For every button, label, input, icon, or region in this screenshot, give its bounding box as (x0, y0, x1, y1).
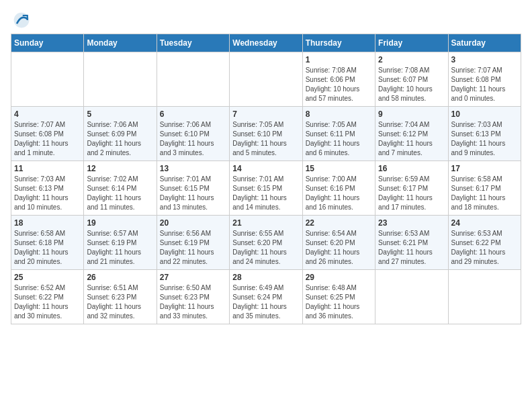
calendar-row-4: 18Sunrise: 6:58 AM Sunset: 6:18 PM Dayli… (11, 216, 521, 270)
day-number: 4 (14, 109, 81, 119)
day-number: 6 (160, 109, 226, 119)
day-number: 25 (14, 273, 81, 282)
calendar-cell: 1Sunrise: 7:08 AM Sunset: 6:06 PM Daylig… (302, 52, 375, 107)
day-info: Sunrise: 7:02 AM Sunset: 6:14 PM Dayligh… (87, 175, 153, 212)
day-number: 15 (306, 164, 372, 173)
calendar-cell: 19Sunrise: 6:57 AM Sunset: 6:19 PM Dayli… (84, 216, 157, 270)
col-header-friday: Friday (375, 34, 448, 52)
day-number: 28 (232, 273, 299, 282)
calendar-cell: 10Sunrise: 7:03 AM Sunset: 6:13 PM Dayli… (448, 107, 521, 161)
calendar-cell: 11Sunrise: 7:03 AM Sunset: 6:13 PM Dayli… (11, 161, 84, 216)
calendar-cell: 18Sunrise: 6:58 AM Sunset: 6:18 PM Dayli… (11, 216, 84, 270)
day-info: Sunrise: 7:05 AM Sunset: 6:10 PM Dayligh… (232, 120, 299, 158)
day-info: Sunrise: 6:55 AM Sunset: 6:20 PM Dayligh… (232, 229, 299, 267)
calendar-cell (375, 270, 448, 324)
day-number: 2 (378, 55, 445, 64)
day-info: Sunrise: 7:06 AM Sunset: 6:10 PM Dayligh… (160, 120, 226, 158)
calendar-cell: 7Sunrise: 7:05 AM Sunset: 6:10 PM Daylig… (230, 107, 302, 161)
day-number: 20 (160, 218, 226, 228)
day-number: 5 (87, 109, 153, 119)
calendar-cell: 5Sunrise: 7:06 AM Sunset: 6:09 PM Daylig… (84, 107, 157, 161)
day-number: 18 (14, 218, 81, 228)
day-number: 26 (87, 273, 153, 282)
calendar-cell: 23Sunrise: 6:53 AM Sunset: 6:21 PM Dayli… (375, 216, 448, 270)
day-number: 14 (232, 164, 299, 173)
header-row: SundayMondayTuesdayWednesdayThursdayFrid… (11, 34, 521, 52)
day-number: 7 (232, 109, 299, 119)
day-number: 16 (378, 164, 445, 173)
day-info: Sunrise: 6:54 AM Sunset: 6:20 PM Dayligh… (306, 229, 372, 267)
day-info: Sunrise: 6:53 AM Sunset: 6:22 PM Dayligh… (451, 229, 518, 267)
calendar-cell: 16Sunrise: 6:59 AM Sunset: 6:17 PM Dayli… (375, 161, 448, 216)
day-number: 21 (232, 218, 299, 228)
calendar-cell: 27Sunrise: 6:50 AM Sunset: 6:23 PM Dayli… (157, 270, 229, 324)
col-header-saturday: Saturday (448, 34, 521, 52)
col-header-wednesday: Wednesday (230, 34, 302, 52)
calendar-cell (11, 52, 84, 107)
page-wrapper: SundayMondayTuesdayWednesdayThursdayFrid… (11, 11, 521, 324)
calendar-cell (84, 52, 157, 107)
day-info: Sunrise: 7:00 AM Sunset: 6:16 PM Dayligh… (306, 175, 372, 212)
day-info: Sunrise: 6:56 AM Sunset: 6:19 PM Dayligh… (160, 229, 226, 267)
calendar-row-5: 25Sunrise: 6:52 AM Sunset: 6:22 PM Dayli… (11, 270, 521, 324)
day-info: Sunrise: 6:50 AM Sunset: 6:23 PM Dayligh… (160, 283, 226, 321)
day-number: 11 (14, 164, 81, 173)
day-info: Sunrise: 7:03 AM Sunset: 6:13 PM Dayligh… (14, 175, 81, 212)
day-info: Sunrise: 6:51 AM Sunset: 6:23 PM Dayligh… (87, 283, 153, 321)
day-info: Sunrise: 7:05 AM Sunset: 6:11 PM Dayligh… (306, 120, 372, 158)
day-info: Sunrise: 7:08 AM Sunset: 6:06 PM Dayligh… (306, 66, 372, 103)
calendar-cell: 2Sunrise: 7:08 AM Sunset: 6:07 PM Daylig… (375, 52, 448, 107)
day-info: Sunrise: 6:58 AM Sunset: 6:17 PM Dayligh… (451, 175, 518, 212)
calendar-cell: 14Sunrise: 7:01 AM Sunset: 6:15 PM Dayli… (230, 161, 302, 216)
calendar-cell: 22Sunrise: 6:54 AM Sunset: 6:20 PM Dayli… (302, 216, 375, 270)
day-number: 10 (451, 109, 518, 119)
col-header-tuesday: Tuesday (157, 34, 229, 52)
logo-icon (12, 11, 31, 30)
calendar-row-1: 1Sunrise: 7:08 AM Sunset: 6:06 PM Daylig… (11, 52, 521, 107)
day-info: Sunrise: 6:48 AM Sunset: 6:25 PM Dayligh… (306, 283, 372, 321)
day-number: 23 (378, 218, 445, 228)
day-number: 9 (378, 109, 445, 119)
calendar-cell: 29Sunrise: 6:48 AM Sunset: 6:25 PM Dayli… (302, 270, 375, 324)
day-number: 17 (451, 164, 518, 173)
day-number: 22 (306, 218, 372, 228)
day-info: Sunrise: 6:53 AM Sunset: 6:21 PM Dayligh… (378, 229, 445, 267)
day-info: Sunrise: 7:08 AM Sunset: 6:07 PM Dayligh… (378, 66, 445, 103)
day-info: Sunrise: 7:07 AM Sunset: 6:08 PM Dayligh… (14, 120, 81, 158)
calendar-cell: 3Sunrise: 7:07 AM Sunset: 6:08 PM Daylig… (448, 52, 521, 107)
logo (11, 11, 31, 30)
header (11, 11, 521, 30)
calendar-row-2: 4Sunrise: 7:07 AM Sunset: 6:08 PM Daylig… (11, 107, 521, 161)
col-header-sunday: Sunday (11, 34, 84, 52)
calendar-cell: 21Sunrise: 6:55 AM Sunset: 6:20 PM Dayli… (230, 216, 302, 270)
calendar-cell: 9Sunrise: 7:04 AM Sunset: 6:12 PM Daylig… (375, 107, 448, 161)
calendar-cell: 28Sunrise: 6:49 AM Sunset: 6:24 PM Dayli… (230, 270, 302, 324)
day-number: 12 (87, 164, 153, 173)
day-info: Sunrise: 7:01 AM Sunset: 6:15 PM Dayligh… (232, 175, 299, 212)
day-info: Sunrise: 6:58 AM Sunset: 6:18 PM Dayligh… (14, 229, 81, 267)
calendar-cell: 6Sunrise: 7:06 AM Sunset: 6:10 PM Daylig… (157, 107, 229, 161)
calendar-row-3: 11Sunrise: 7:03 AM Sunset: 6:13 PM Dayli… (11, 161, 521, 216)
day-number: 8 (306, 109, 372, 119)
calendar-cell: 17Sunrise: 6:58 AM Sunset: 6:17 PM Dayli… (448, 161, 521, 216)
calendar-cell (448, 270, 521, 324)
calendar-cell (157, 52, 229, 107)
day-number: 27 (160, 273, 226, 282)
day-info: Sunrise: 7:06 AM Sunset: 6:09 PM Dayligh… (87, 120, 153, 158)
calendar-cell: 15Sunrise: 7:00 AM Sunset: 6:16 PM Dayli… (302, 161, 375, 216)
calendar-cell: 8Sunrise: 7:05 AM Sunset: 6:11 PM Daylig… (302, 107, 375, 161)
day-info: Sunrise: 6:57 AM Sunset: 6:19 PM Dayligh… (87, 229, 153, 267)
day-number: 24 (451, 218, 518, 228)
calendar-table: SundayMondayTuesdayWednesdayThursdayFrid… (11, 34, 521, 324)
day-number: 29 (306, 273, 372, 282)
day-info: Sunrise: 6:49 AM Sunset: 6:24 PM Dayligh… (232, 283, 299, 321)
day-number: 19 (87, 218, 153, 228)
col-header-monday: Monday (84, 34, 157, 52)
calendar-cell: 20Sunrise: 6:56 AM Sunset: 6:19 PM Dayli… (157, 216, 229, 270)
day-number: 3 (451, 55, 518, 64)
calendar-cell: 24Sunrise: 6:53 AM Sunset: 6:22 PM Dayli… (448, 216, 521, 270)
col-header-thursday: Thursday (302, 34, 375, 52)
day-info: Sunrise: 6:52 AM Sunset: 6:22 PM Dayligh… (14, 283, 81, 321)
calendar-cell: 4Sunrise: 7:07 AM Sunset: 6:08 PM Daylig… (11, 107, 84, 161)
calendar-cell: 26Sunrise: 6:51 AM Sunset: 6:23 PM Dayli… (84, 270, 157, 324)
